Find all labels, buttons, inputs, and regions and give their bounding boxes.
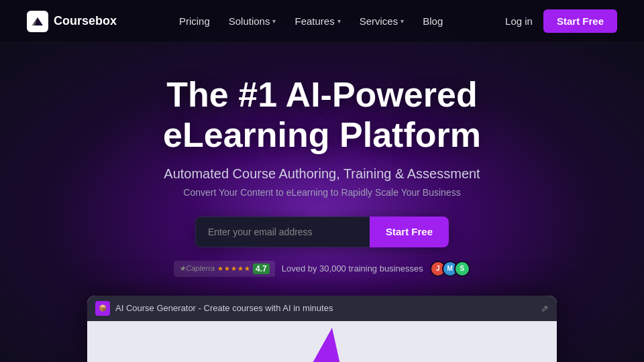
chevron-down-icon: ▾ — [400, 17, 404, 25]
email-input[interactable] — [195, 217, 370, 247]
logo[interactable]: Coursebox — [27, 11, 117, 32]
capterra-score: 4.7 — [253, 263, 270, 274]
start-free-nav-button[interactable]: Start Free — [543, 9, 617, 33]
nav-link-services[interactable]: Services ▾ — [360, 15, 405, 27]
star-icon: ★ — [231, 265, 237, 272]
video-card[interactable]: 📦 AI Course Generator - Create courses w… — [87, 296, 557, 362]
login-button[interactable]: Log in — [505, 15, 533, 27]
nav-item-services[interactable]: Services ▾ — [360, 15, 405, 27]
star-icon: ★ — [217, 265, 223, 272]
navbar: Coursebox Pricing Solutions ▾ Features ▾… — [0, 0, 644, 43]
nav-link-pricing[interactable]: Pricing — [179, 15, 210, 27]
star-icon: ★ — [237, 265, 244, 272]
nav-item-blog[interactable]: Blog — [423, 15, 443, 27]
nav-link-features[interactable]: Features ▾ — [294, 15, 340, 27]
video-bar-left: 📦 AI Course Generator - Create courses w… — [95, 301, 333, 316]
share-icon[interactable]: ⇗ — [541, 303, 549, 314]
video-bar: 📦 AI Course Generator - Create courses w… — [87, 296, 557, 321]
social-proof: ★Capterra ★ ★ ★ ★ ★ 4.7 Loved by 30,000 … — [174, 261, 470, 277]
nav-link-blog[interactable]: Blog — [423, 15, 443, 27]
nav-actions: Log in Start Free — [505, 9, 617, 33]
star-icon: ★ — [244, 265, 250, 272]
nav-link-solutions[interactable]: Solutions ▾ — [229, 15, 276, 27]
nav-item-features[interactable]: Features ▾ — [294, 15, 340, 27]
hero-title: The #1 AI-Powered eLearning Platform — [87, 75, 557, 156]
decorative-triangle — [299, 328, 345, 362]
hero-sub2: Convert Your Content to eLearning to Rap… — [183, 187, 460, 198]
nav-item-solutions[interactable]: Solutions ▾ — [229, 15, 276, 27]
capterra-badge: ★Capterra ★ ★ ★ ★ ★ 4.7 — [174, 261, 274, 277]
chevron-down-icon: ▾ — [272, 17, 276, 25]
video-content — [87, 321, 557, 362]
social-proof-text: Loved by 30,000 training businesses — [282, 263, 423, 274]
video-logo-icon: 📦 — [95, 301, 110, 316]
capterra-stars: ★ ★ ★ ★ ★ — [217, 265, 250, 272]
nav-links: Pricing Solutions ▾ Features ▾ Services … — [179, 15, 443, 27]
nav-item-pricing[interactable]: Pricing — [179, 15, 210, 27]
star-icon: ★ — [224, 265, 230, 272]
hero-subtitle: Automated Course Authoring, Training & A… — [164, 166, 480, 182]
start-free-button[interactable]: Start Free — [370, 217, 449, 247]
hero-section: The #1 AI-Powered eLearning Platform Aut… — [0, 43, 644, 362]
video-title: AI Course Generator - Create courses wit… — [115, 303, 333, 313]
logo-icon — [27, 11, 48, 32]
logo-text: Coursebox — [54, 14, 117, 28]
email-form: Start Free — [195, 217, 449, 247]
avatar: S — [454, 261, 470, 277]
chevron-down-icon: ▾ — [337, 17, 341, 25]
capterra-logo: ★Capterra — [179, 264, 215, 273]
avatars: J M S — [430, 261, 470, 277]
